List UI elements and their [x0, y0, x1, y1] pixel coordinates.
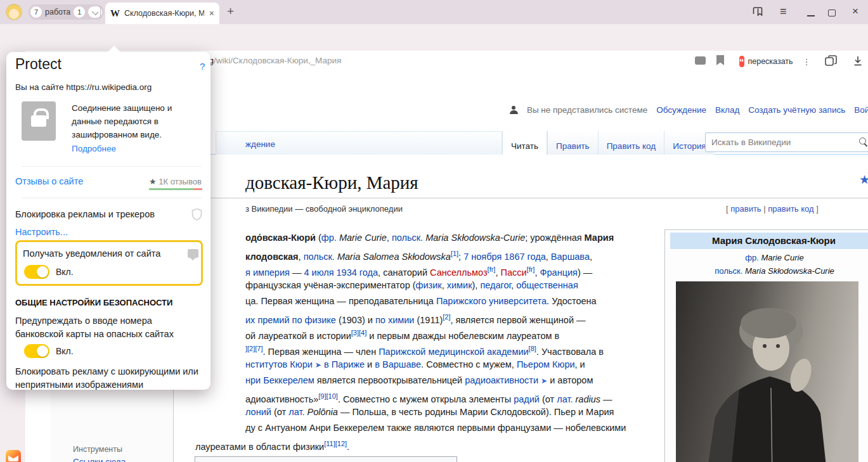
- site-reviews-link[interactable]: Отзывы о сайте: [15, 176, 83, 186]
- wiki-tab-other[interactable]: Править: [547, 131, 598, 155]
- profile-avatar[interactable]: [6, 4, 22, 20]
- wiki-link[interactable]: лат.: [288, 407, 304, 417]
- tab-title: Склодовская-Кюри, Ма: [124, 9, 204, 18]
- wiki-link[interactable]: Пасси: [501, 267, 527, 278]
- protect-title: Protect: [15, 56, 62, 73]
- wiki-link[interactable]: Варшава: [551, 252, 590, 262]
- wiki-link[interactable]: польск.: [392, 233, 423, 243]
- wiki-link[interactable]: Франция: [540, 267, 578, 278]
- summarize-more-icon[interactable]: ⋮: [803, 57, 811, 67]
- minimize-icon[interactable]: [807, 15, 815, 16]
- help-link[interactable]: ?: [200, 61, 205, 72]
- personal-link[interactable]: Войти: [854, 105, 868, 115]
- details-link[interactable]: Подробнее: [72, 144, 116, 153]
- wiki-link[interactable]: Пьером Кюри: [517, 359, 575, 369]
- tab-discussion-fragment[interactable]: ждение: [245, 139, 275, 149]
- wiki-link[interactable]: по химии: [375, 315, 414, 325]
- connection-lock-tile: [22, 101, 56, 141]
- edit-link[interactable]: править: [730, 204, 761, 214]
- wiki-link[interactable]: лоний: [245, 407, 271, 417]
- wiki-link[interactable]: нри Беккерелем: [245, 375, 314, 385]
- tab-group-badge[interactable]: 1: [74, 6, 85, 18]
- edit-code-link[interactable]: править код: [768, 204, 813, 214]
- wiki-link[interactable]: общественная: [516, 280, 578, 290]
- maximize-icon[interactable]: [828, 10, 836, 16]
- wiki-link[interactable]: 7 ноября 1867 года: [463, 252, 546, 262]
- active-tab[interactable]: W Склодовская-Кюри, Ма ×: [105, 3, 219, 24]
- wiki-link[interactable]: ][2][7]: [245, 345, 263, 352]
- tab-group-label[interactable]: работа: [45, 8, 70, 16]
- wiki-link[interactable]: [8]: [529, 345, 536, 352]
- personal-link[interactable]: Обсуждение: [656, 105, 706, 115]
- text-segment: . Удостоена: [547, 296, 597, 306]
- notifications-toggle[interactable]: [24, 265, 49, 279]
- wiki-link[interactable]: фр.: [321, 233, 337, 243]
- wiki-link[interactable]: [9][10]: [318, 392, 338, 400]
- downloads-icon[interactable]: [852, 55, 864, 67]
- text-segment: ,: [442, 280, 447, 290]
- sidebar-tool-link[interactable]: Ссылки сюда: [73, 457, 160, 462]
- text-segment: — Польша, в честь родины Марии Склодовск…: [338, 407, 614, 417]
- side-panel-icon[interactable]: [752, 6, 763, 17]
- wiki-link[interactable]: [11][12]: [324, 440, 347, 447]
- wiki-link[interactable]: нститутов Кюри: [245, 359, 313, 369]
- wiki-link[interactable]: в Варшаве: [375, 359, 421, 369]
- wiki-tab-other[interactable]: Править код: [598, 131, 664, 155]
- wiki-link[interactable]: радиоактивности: [465, 375, 538, 385]
- wiki-link[interactable]: [fr]: [488, 266, 496, 273]
- wiki-link[interactable]: химик: [447, 280, 472, 290]
- wiki-search-box[interactable]: Искать в Википедии: [705, 132, 868, 152]
- search-icon[interactable]: [859, 138, 868, 147]
- wiki-link[interactable]: [3][4]: [351, 329, 366, 337]
- wiki-tab-read[interactable]: Читать: [502, 131, 547, 155]
- text-segment: Marie Curie: [337, 233, 387, 243]
- tab-group-pill[interactable]: 7 работа 1: [29, 4, 104, 20]
- article-line: нститутов Кюри ➤ в Париже и в Варшаве. С…: [195, 357, 677, 373]
- notifications-highlight-box: [15, 240, 203, 286]
- article-line: одо́вская-Кюри́ (фр. Marie Curie, польск…: [195, 230, 677, 246]
- personal-link[interactable]: Создать учётную запись: [748, 105, 845, 115]
- wiki-link[interactable]: 4 июля 1934 года: [304, 267, 378, 278]
- wiki-link[interactable]: физик: [416, 280, 442, 290]
- audio-play-icon: ➤: [315, 361, 321, 369]
- text-segment: (1911): [414, 315, 443, 325]
- infobox: Мария Склодовская-Кюри фр. Marie Curie п…: [664, 229, 868, 462]
- article-line: французская учёная-экспериментатор (физи…: [195, 278, 677, 293]
- portrait-photo[interactable]: [676, 281, 858, 462]
- text-segment: , и: [575, 359, 585, 369]
- text-segment: и: [365, 359, 375, 369]
- wiki-link[interactable]: педагог: [480, 280, 511, 290]
- watchlist-star-icon[interactable]: ★: [859, 172, 868, 187]
- wiki-link[interactable]: лат.: [557, 394, 573, 404]
- configure-link[interactable]: Настроить...: [15, 227, 68, 237]
- card-warning-toggle[interactable]: [24, 344, 49, 358]
- wiki-link[interactable]: в Париже: [324, 359, 365, 369]
- text-segment: и первым дважды нобелевским лауреатом в: [366, 331, 559, 341]
- menu-icon[interactable]: ≡: [780, 5, 787, 18]
- wiki-link[interactable]: Парижской медицинской академии: [379, 347, 528, 357]
- text-segment: клодовская: [245, 252, 299, 262]
- wiki-link[interactable]: Санселльмоз: [430, 267, 488, 278]
- personal-link[interactable]: Вклад: [715, 105, 739, 115]
- text-segment: ца. Первая женщина — преподавательница: [245, 296, 436, 306]
- collections-icon[interactable]: [824, 55, 838, 68]
- new-tab-button[interactable]: +: [227, 4, 234, 18]
- wiki-link[interactable]: я империя: [245, 267, 290, 278]
- wiki-link[interactable]: Парижского университета: [436, 296, 547, 306]
- wiki-link[interactable]: радий: [514, 394, 540, 404]
- wiki-link[interactable]: [fr]: [527, 266, 535, 273]
- yandex-mail-icon[interactable]: [6, 450, 21, 462]
- notifications-toggle-label: Вкл.: [56, 267, 74, 277]
- close-tab-icon[interactable]: ×: [209, 8, 214, 18]
- text-segment: является первооткрывательницей: [314, 375, 465, 385]
- wiki-link[interactable]: польск.: [304, 252, 335, 262]
- wiki-link[interactable]: [1]: [451, 250, 458, 257]
- text-segment: . Первая женщина — член: [263, 347, 379, 357]
- tab-group-count[interactable]: 7: [30, 6, 42, 18]
- wiki-link[interactable]: их премий по физике: [245, 315, 336, 325]
- window-close-icon[interactable]: ×: [852, 5, 858, 18]
- wiki-link[interactable]: [2]: [443, 313, 450, 321]
- summarize-button[interactable]: “ пересказать ⋮: [735, 51, 814, 72]
- comments-icon[interactable]: [695, 56, 706, 65]
- table-of-contents: Содержание [скрыть] 1Биография1.1Варшава: [195, 456, 457, 462]
